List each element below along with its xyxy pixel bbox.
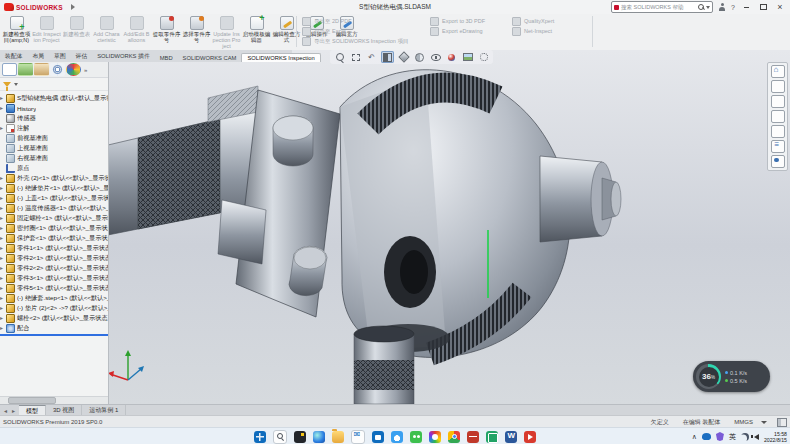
browser-ring-icon[interactable] — [429, 431, 441, 443]
scrollbar-thumb[interactable] — [8, 397, 56, 404]
media-app-icon[interactable] — [524, 431, 536, 443]
display-manager-tab-icon[interactable] — [66, 63, 81, 76]
feature-tree-item[interactable]: 传感器 — [0, 113, 108, 123]
search-input[interactable]: 搜索 SOLIDWORKS 帮助 — [611, 1, 713, 13]
feature-tree-item[interactable]: (-) 温度传感器<1> (默认<<默认>_显 — [0, 203, 108, 213]
close-button[interactable] — [774, 2, 786, 12]
tab-scroll-left-icon[interactable]: ◂ — [2, 407, 9, 414]
app-dark-icon[interactable] — [294, 431, 306, 443]
search-button[interactable] — [273, 430, 287, 444]
edit-inspection-project-button[interactable]: Edit Inspection Project — [32, 15, 61, 49]
search-dropdown-icon[interactable] — [706, 6, 710, 9]
ribbon-tab[interactable]: 装配体 — [0, 51, 27, 62]
section-view-icon[interactable] — [381, 51, 394, 63]
add-characteristic-button[interactable]: Add Characteristic — [92, 15, 121, 49]
feature-tree-item[interactable]: 固定螺栓<1> (默认<<默认>_显示状 — [0, 213, 108, 223]
tree-mates[interactable]: 配合 — [0, 323, 108, 333]
zoom-area-icon[interactable] — [349, 51, 362, 63]
task-pane-toggle-icon[interactable] — [777, 418, 787, 427]
feature-tree-item[interactable]: 零件2<1> (默认<<默认>_显示状态 — [0, 253, 108, 263]
taskbar-clock[interactable]: 15:58 2022/8/15 — [764, 431, 787, 443]
feature-tree-item[interactable]: 保护套<1> (默认<<默认>_显示状态 — [0, 233, 108, 243]
panel-tab-overflow-icon[interactable]: » — [82, 67, 89, 73]
update-inspection-project-button[interactable]: Update Inspection Project — [212, 15, 241, 49]
select-icon[interactable] — [157, 2, 167, 12]
extract-balloons-button[interactable]: 提取零件序号 — [152, 15, 181, 49]
solidworks-resources-icon[interactable] — [771, 65, 785, 78]
status-dropdown-icon[interactable] — [761, 421, 767, 424]
net-inspect-button[interactable]: Net-Inspect — [512, 27, 554, 35]
notes-app-icon[interactable] — [486, 431, 498, 443]
feature-tree-item[interactable]: 零件3<1> (默认<<默认>_显示状态 — [0, 273, 108, 283]
graphics-area[interactable]: 36% 0.1 K/s 0.5 K/s — [108, 50, 790, 404]
ribbon-tab[interactable]: MBD — [155, 54, 178, 62]
hidden-icons-chevron-icon[interactable]: ∧ — [692, 433, 697, 441]
custom-properties-icon[interactable] — [771, 140, 785, 153]
feature-tree-item[interactable]: 上视基准面 — [0, 143, 108, 153]
search-icon[interactable] — [698, 4, 704, 10]
home-icon[interactable] — [79, 2, 89, 12]
chrome-icon[interactable] — [448, 431, 460, 443]
cloud-app-icon[interactable] — [391, 431, 403, 443]
file-properties-icon[interactable] — [183, 2, 193, 12]
add-edit-balloons-button[interactable]: Add/Edit Balloons — [122, 15, 151, 49]
new-inspection-project-button[interactable]: 新建检查项目(amp;N) — [2, 15, 31, 49]
rebuild-icon[interactable] — [170, 2, 180, 12]
tab-scroll-right-icon[interactable]: ▸ — [10, 407, 17, 414]
export-2d-pdf-button[interactable]: 导出至 2D PDF — [302, 17, 408, 25]
open-document-icon[interactable] — [105, 2, 115, 12]
feature-tree-item[interactable]: 密封圈<1> (默认<<默认>_显示状态 — [0, 223, 108, 233]
edge-browser-icon[interactable] — [313, 431, 325, 443]
panel-horizontal-scrollbar[interactable] — [0, 396, 108, 404]
feature-tree-item[interactable]: History — [0, 103, 108, 113]
3d-model-view[interactable] — [108, 50, 790, 404]
print-icon[interactable] — [131, 2, 141, 12]
ribbon-tab[interactable]: 评估 — [71, 51, 93, 62]
help-icon[interactable]: ? — [731, 4, 735, 11]
appearances-scenes-icon[interactable] — [771, 125, 785, 138]
restore-button[interactable] — [757, 2, 769, 12]
view-orientation-icon[interactable] — [397, 51, 410, 63]
chat-app-icon[interactable] — [410, 431, 422, 443]
tree-root-assembly[interactable]: S型铂铑热电偶 (默认<默认_显示状态-1>) — [0, 93, 108, 103]
feature-tree-item[interactable]: 螺栓<2> (默认<<默认>_显示状态 — [0, 313, 108, 323]
filter-icon[interactable] — [3, 82, 11, 87]
ribbon-tab[interactable]: 草图 — [49, 51, 71, 62]
select-balloons-button[interactable]: 选择零件序号 — [182, 15, 211, 49]
new-document-icon[interactable] — [92, 2, 102, 12]
login-icon[interactable] — [718, 3, 726, 11]
filter-dropdown-icon[interactable] — [14, 83, 18, 86]
file-explorer-icon[interactable] — [332, 431, 344, 443]
word-icon[interactable] — [505, 431, 517, 443]
qualityxpert-button[interactable]: QualityXpert — [512, 17, 554, 25]
feature-tree-item[interactable]: 零件2<2> (默认<<默认>_显示状态 — [0, 263, 108, 273]
file-explorer-icon[interactable] — [771, 95, 785, 108]
ribbon-tab[interactable]: SOLIDWORKS 插件 — [92, 51, 155, 62]
hide-show-items-icon[interactable] — [429, 51, 442, 63]
view-palette-icon[interactable] — [771, 110, 785, 123]
export-3d-pdf-button[interactable]: Export to 3D PDF — [430, 17, 485, 25]
launch-template-editor-button[interactable]: 启动模板编辑器 — [242, 15, 271, 49]
property-manager-tab-icon[interactable] — [18, 63, 33, 76]
ribbon-tab[interactable]: SOLIDWORKS CAM — [178, 54, 242, 62]
model-dome[interactable] — [340, 70, 570, 358]
feature-tree-tab-icon[interactable] — [2, 63, 17, 76]
save-icon[interactable] — [118, 2, 128, 12]
reader-app-icon[interactable] — [467, 431, 479, 443]
undo-icon[interactable] — [144, 2, 154, 12]
model-boss[interactable] — [540, 156, 621, 242]
apply-scene-icon[interactable] — [461, 51, 474, 63]
configuration-manager-tab-icon[interactable] — [34, 63, 49, 76]
edit-appearance-icon[interactable] — [445, 51, 458, 63]
feature-tree-item[interactable]: 注解 — [0, 123, 108, 133]
minimize-button[interactable] — [740, 2, 752, 12]
feature-tree-item[interactable]: (-) 绝缘套.step<1> (默认<<默认>_显 — [0, 293, 108, 303]
export-edrawing-button[interactable]: Export eDrawing — [430, 27, 485, 35]
feature-tree-item[interactable]: 外壳 (2)<1> (默认<<默认>_显示状态 — [0, 173, 108, 183]
focus-assist-icon[interactable] — [741, 433, 749, 441]
menu-expand-icon[interactable] — [71, 4, 75, 10]
tree-end-bar[interactable] — [0, 334, 108, 336]
view-settings-icon[interactable] — [477, 51, 490, 63]
feature-tree-item[interactable]: 零件5<1> (默认<<默认>_显示状态 — [0, 283, 108, 293]
zoom-fit-icon[interactable] — [333, 51, 346, 63]
